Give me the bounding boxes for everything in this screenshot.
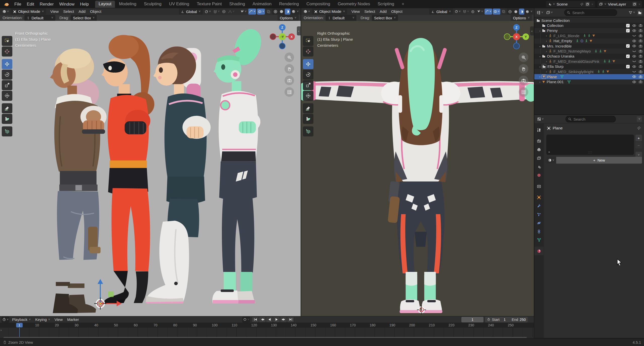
viewport-menu-item[interactable]: View (349, 9, 362, 14)
viewport-right-canvas[interactable]: Right Orthographic (1) Ella Slurp | Plan… (301, 21, 534, 316)
snap-magnet-button[interactable]: ˅ (213, 9, 220, 15)
material-slot-list[interactable]: ▸ :::: (546, 135, 634, 155)
new-view-layer-icon[interactable] (632, 2, 637, 6)
xray-toggle-button[interactable] (501, 9, 506, 15)
outliner-row-ella-slurp[interactable]: ⌄ Ella Slurp ✓ (534, 64, 644, 69)
drag-dropdown[interactable]: Select Box ˅ (71, 15, 97, 21)
expand-icon[interactable]: › (544, 39, 548, 42)
eye-icon[interactable] (632, 44, 636, 48)
jump-to-end-button[interactable] (287, 317, 294, 322)
outliner-row-f-med-emeraldglasspink[interactable]: › F_MED_EmeraldGlassPink (534, 59, 644, 64)
scene-name[interactable]: Scene (557, 2, 578, 7)
shading-material-preview-button[interactable] (285, 9, 290, 15)
outliner-row-f-med-strikinglybright[interactable]: › F_MED_StrikinglyBright (534, 69, 644, 74)
jump-to-start-button[interactable] (252, 317, 259, 322)
editor-type-button[interactable]: ˅ (2, 317, 9, 323)
outliner-search[interactable] (564, 9, 617, 16)
expand-icon[interactable]: › (544, 60, 548, 63)
tab-rendering[interactable]: Rendering (275, 1, 302, 8)
pin-icon[interactable] (637, 126, 641, 130)
tab-particles[interactable] (534, 210, 544, 219)
view-menu[interactable]: View (53, 317, 64, 322)
tab-output[interactable] (534, 145, 544, 154)
properties-search-input[interactable] (573, 117, 604, 122)
show-overlays-button[interactable]: ˅ (257, 9, 265, 15)
show-gizmo-button[interactable]: ˅ (248, 9, 256, 15)
topbar-menu-item[interactable]: Help (77, 2, 92, 7)
shading-wireframe-button[interactable] (273, 9, 278, 15)
tab-render[interactable] (534, 137, 544, 145)
collapse-icon[interactable]: ⌄ (538, 44, 542, 48)
topbar-menu-item[interactable]: Render (37, 2, 57, 7)
eye-icon[interactable] (632, 65, 636, 69)
previous-keyframe-button[interactable] (259, 317, 266, 322)
view-layer-name[interactable]: ViewLayer (608, 2, 631, 7)
use-preview-range-icon[interactable] (487, 318, 490, 321)
tool-scale[interactable] (303, 80, 313, 90)
eye-closed-icon[interactable] (632, 59, 636, 63)
viewport-menu-item[interactable]: Select (61, 9, 76, 14)
show-gizmo-button[interactable]: ˅ (485, 9, 492, 15)
tab-physics[interactable] (534, 219, 544, 227)
tab-object-data[interactable] (534, 236, 544, 244)
end-frame-value[interactable]: 250 (520, 318, 526, 322)
tool-annotate[interactable] (303, 103, 313, 113)
tab-sculpting[interactable]: Sculpting (140, 1, 165, 8)
shading-solid-button[interactable] (513, 9, 518, 15)
eye-closed-icon[interactable] (632, 70, 636, 74)
shading-material-preview-button[interactable] (519, 9, 524, 15)
shading-rendered-button[interactable] (291, 9, 296, 15)
editor-type-button[interactable]: ˅ (303, 9, 311, 15)
camera-visibility-icon[interactable] (639, 54, 642, 58)
outliner-row-f-lrg-blonde[interactable]: › F_LRG_Blonde (534, 33, 644, 38)
tab-object[interactable] (534, 193, 544, 202)
filter-button[interactable]: ˅ (628, 10, 636, 16)
collapse-icon[interactable]: ⌄ (538, 65, 542, 68)
tool-measure[interactable] (2, 114, 12, 124)
slot-list-resize-grip[interactable]: :::: (588, 151, 592, 154)
viewport-menu-item[interactable]: View (48, 9, 61, 14)
perspective-toggle-button[interactable] (519, 87, 528, 97)
collapse-icon[interactable]: ⌄ (538, 29, 542, 32)
eye-icon[interactable] (632, 80, 636, 84)
tab-scene[interactable] (534, 162, 544, 171)
snap-target-button[interactable]: ˅ (454, 9, 461, 15)
viewport-menu-item[interactable]: Object (88, 9, 104, 14)
shading-solid-button[interactable] (279, 9, 284, 15)
viewport-left-canvas[interactable]: Front Orthographic (1) Ella Slurp | Plan… (0, 21, 301, 316)
tab-uv-editing[interactable]: UV Editing (166, 1, 193, 8)
sidebar-toggle-left-viewport[interactable]: ‹ (297, 26, 301, 35)
slot-list-expand-icon[interactable]: ▸ (549, 150, 550, 154)
tab-world[interactable] (534, 171, 544, 179)
play-button[interactable] (273, 317, 280, 322)
tab-modifiers[interactable] (534, 202, 544, 210)
camera-visibility-icon[interactable] (639, 65, 642, 68)
proportional-editing-button[interactable] (221, 9, 226, 15)
drag-dropdown[interactable]: Select Box ˅ (372, 15, 398, 21)
pan-button[interactable] (285, 64, 294, 74)
eye-icon[interactable] (632, 75, 636, 79)
marker-menu[interactable]: Marker (65, 317, 81, 322)
tool-annotate[interactable] (2, 103, 12, 113)
viewport-menu-item[interactable]: Add (377, 9, 389, 14)
new-scene-icon[interactable] (585, 2, 590, 6)
camera-visibility-icon[interactable] (639, 24, 642, 27)
outliner-row-plane[interactable]: › Plane (534, 74, 644, 79)
mode-dropdown[interactable]: Object Mode ˅ (312, 9, 347, 15)
tab-collection[interactable] (534, 182, 544, 190)
navigation-gizmo[interactable]: Z Y X (503, 23, 530, 51)
playhead-line[interactable] (19, 328, 20, 337)
xray-toggle-button[interactable] (266, 9, 271, 15)
tool-measure[interactable] (303, 114, 313, 124)
eye-icon[interactable] (632, 54, 636, 58)
tool-scale[interactable] (2, 80, 12, 90)
playback-menu[interactable]: Playback˅ (10, 317, 32, 322)
tool-add-cube[interactable] (2, 126, 12, 136)
exclude-checkbox[interactable]: ✓ (626, 55, 630, 58)
camera-visibility-icon[interactable] (639, 49, 642, 53)
object-visibility-button[interactable]: ˅ (239, 9, 247, 15)
camera-visibility-icon[interactable] (639, 34, 642, 38)
add-workspace-button[interactable]: + (398, 1, 408, 8)
auto-keying-button[interactable]: ˅ (242, 317, 250, 323)
transform-orientation-dropdown[interactable]: Global ˅ (179, 9, 203, 15)
